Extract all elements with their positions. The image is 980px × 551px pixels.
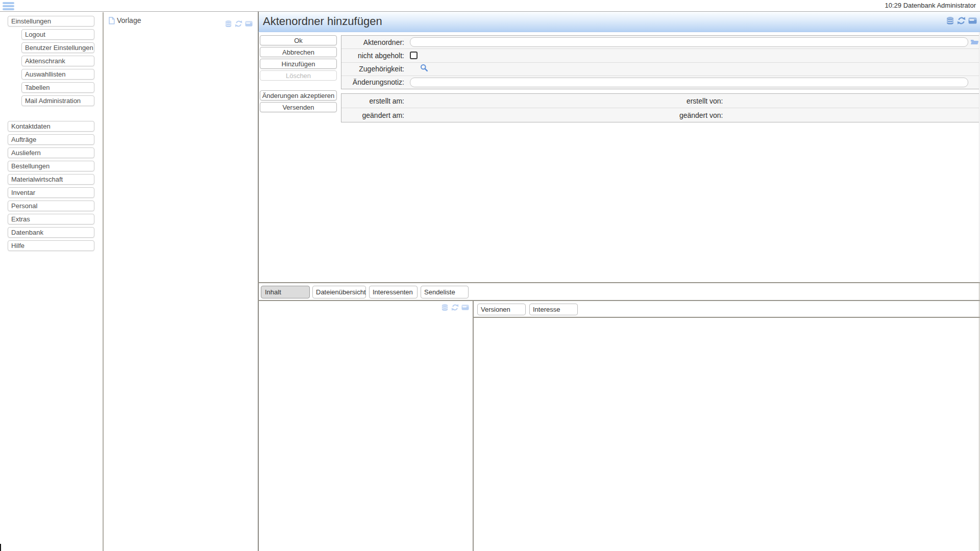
window-right-border	[979, 282, 979, 551]
sidebar-item-kontaktdaten[interactable]: Kontaktdaten	[8, 121, 94, 132]
page-title: Aktenordner hinzufügen	[263, 12, 382, 31]
aktenordner-label: Aktenordner:	[341, 38, 404, 46]
panel-divider-vertical	[473, 301, 474, 551]
erstellt-am-label: erstellt am:	[341, 97, 404, 105]
tab-sendeliste[interactable]: Sendeliste	[421, 286, 469, 298]
database-icon[interactable]	[225, 20, 232, 28]
sidebar-item-tabellen[interactable]: Tabellen	[21, 82, 94, 93]
meta-form: erstellt am: erstellt von: geändert am: …	[341, 93, 979, 122]
form-row-zugehoerigkeit: Zugehörigkeit:	[341, 62, 979, 76]
divider	[474, 317, 980, 318]
sidebar-item-benutzer-einstellungen[interactable]: Benutzer Einstellungen	[21, 42, 94, 53]
geaendert-am-label: geändert am:	[341, 111, 404, 119]
save-icon[interactable]	[968, 16, 977, 25]
sidebar-item-ausliefern[interactable]: Ausliefern	[8, 147, 94, 158]
database-icon[interactable]	[946, 16, 954, 25]
search-icon[interactable]	[420, 64, 428, 74]
geaendert-von-label: geändert von:	[660, 111, 723, 119]
panel-divider-vertical	[258, 32, 259, 551]
main-header: Aktenordner hinzufügen	[258, 12, 980, 32]
sidebar-item-auswahllisten[interactable]: Auswahllisten	[21, 69, 94, 80]
divider	[258, 300, 980, 301]
save-icon[interactable]	[245, 20, 253, 28]
corner-artifact	[0, 544, 1, 551]
sidebar-item-extras[interactable]: Extras	[8, 214, 94, 224]
cancel-button[interactable]: Abbrechen	[260, 47, 337, 57]
form-row-nicht-abgeholt: nicht abgeholt:	[341, 48, 979, 62]
open-folder-icon[interactable]	[970, 38, 979, 47]
top-bar: 10:29 Datenbank Administrator	[0, 0, 980, 12]
template-panel-title: Vorlage	[117, 16, 141, 24]
form-row-erstellt: erstellt am: erstellt von:	[341, 94, 979, 108]
tab-interessenten[interactable]: Interessenten	[369, 286, 418, 298]
sidebar-item-bestellungen[interactable]: Bestellungen	[8, 161, 94, 171]
window-right-border	[979, 32, 979, 282]
form-row-geaendert: geändert am: geändert von:	[341, 108, 979, 122]
aenderungsnotiz-label: Änderungsnotiz:	[341, 78, 404, 86]
nicht-abgeholt-label: nicht abgeholt:	[341, 52, 404, 60]
erstellt-von-label: erstellt von:	[660, 97, 723, 105]
sidebar-item-datenbank[interactable]: Datenbank	[8, 227, 94, 238]
send-button[interactable]: Versenden	[260, 102, 337, 112]
template-panel: Vorlage	[104, 12, 258, 551]
accept-changes-button[interactable]: Änderungen akzeptieren	[260, 90, 337, 101]
add-button[interactable]: Hinzufügen	[260, 59, 337, 69]
nicht-abgeholt-checkbox[interactable]	[410, 52, 418, 59]
application-window: 10:29 Datenbank Administrator Einstellun…	[0, 0, 980, 551]
divider	[258, 282, 980, 283]
delete-button: Löschen	[260, 70, 337, 81]
hamburger-menu-icon[interactable]	[3, 2, 14, 10]
folder-form: Aktenordner: nicht abgeholt: Zugehörigke…	[341, 35, 979, 89]
database-icon[interactable]	[441, 304, 449, 311]
sidebar: Einstellungen Logout Benutzer Einstellun…	[0, 12, 104, 551]
aktenordner-input[interactable]	[410, 37, 968, 47]
refresh-icon[interactable]	[957, 16, 966, 25]
tab-inhalt[interactable]: Inhalt	[261, 286, 310, 298]
form-row-aktenordner: Aktenordner:	[341, 36, 979, 48]
tab-interesse[interactable]: Interesse	[529, 304, 578, 315]
aenderungsnotiz-input[interactable]	[410, 78, 968, 87]
refresh-icon[interactable]	[235, 20, 242, 28]
sidebar-item-einstellungen[interactable]: Einstellungen	[8, 16, 94, 27]
refresh-icon[interactable]	[451, 304, 459, 311]
ok-button[interactable]: Ok	[260, 35, 337, 45]
sidebar-item-mail-administration[interactable]: Mail Administration	[21, 95, 94, 106]
save-icon[interactable]	[461, 304, 469, 311]
tab-dateienuebersicht[interactable]: Dateienübersicht	[312, 286, 366, 298]
sidebar-item-aktenschrank[interactable]: Aktenschrank	[21, 56, 94, 66]
tab-versionen[interactable]: Versionen	[477, 304, 526, 315]
sidebar-item-hilfe[interactable]: Hilfe	[8, 240, 94, 251]
document-icon	[109, 17, 115, 27]
sidebar-item-inventar[interactable]: Inventar	[8, 187, 94, 198]
sidebar-item-materialwirtschaft[interactable]: Materialwirtschaft	[8, 174, 94, 185]
sidebar-item-personal[interactable]: Personal	[8, 201, 94, 211]
status-text: 10:29 Datenbank Administrator	[885, 0, 976, 11]
zugehoerigkeit-label: Zugehörigkeit:	[341, 65, 404, 73]
sidebar-item-logout[interactable]: Logout	[21, 29, 94, 40]
sidebar-item-auftraege[interactable]: Aufträge	[8, 134, 94, 145]
form-row-aenderungsnotiz: Änderungsnotiz:	[341, 76, 979, 89]
